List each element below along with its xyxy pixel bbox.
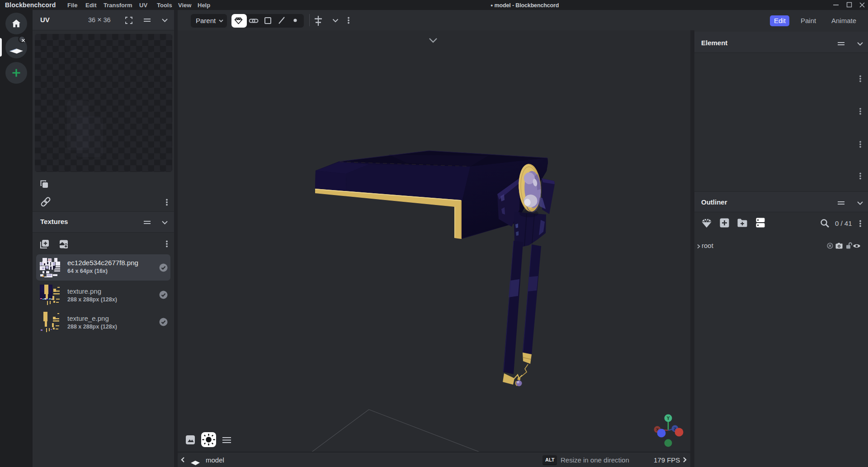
svg-text:Y: Y — [667, 416, 670, 421]
